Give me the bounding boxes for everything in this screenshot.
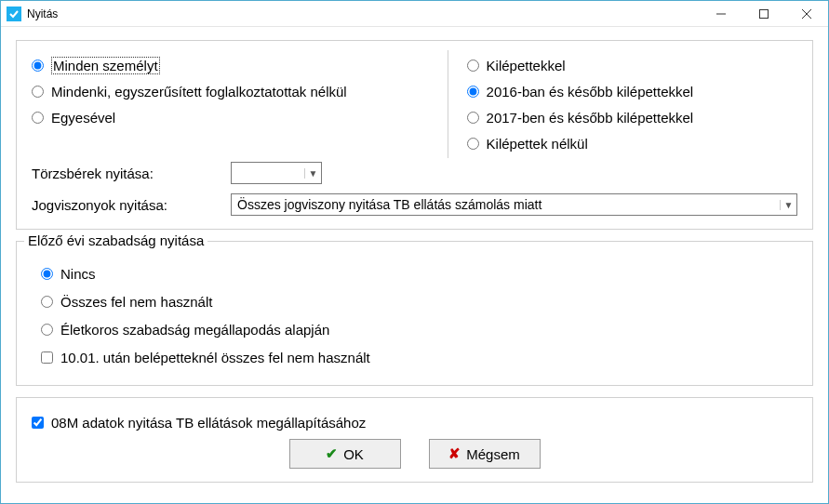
check-1001-utan[interactable] (41, 351, 53, 364)
radio-2016-kilepettekkel-label: 2016-ban és később kilépettekkel (487, 84, 694, 99)
radio-2017-kilepettekkel-label: 2017-ben és később kilépettekkel (487, 110, 694, 126)
content-area: Minden személyt Mindenki, egyszerűsített… (1, 27, 828, 503)
cancel-button-label: Mégsem (466, 446, 520, 462)
titlebar: Nyitás (1, 1, 828, 27)
svg-rect-1 (760, 9, 769, 18)
window-controls (700, 1, 828, 26)
maximize-button[interactable] (742, 1, 785, 26)
radio-kilepettek-nelkul[interactable] (467, 138, 479, 150)
radio-2016-kilepettekkel[interactable] (467, 86, 479, 98)
ok-button-label: OK (343, 446, 364, 462)
jogviszony-value: Összes jogviszony nyitása TB ellátás szá… (237, 197, 780, 212)
jogviszony-label: Jogviszonyok nyitása: (32, 197, 218, 213)
radio-mindenki-nelkul-label: Mindenki, egyszerűsített foglalkoztatott… (51, 84, 347, 99)
radio-kilepettek-nelkul-label: Kilépettek nélkül (487, 136, 588, 152)
ok-button[interactable]: ✔ OK (289, 439, 401, 469)
radio-mindenki-nelkul[interactable] (32, 86, 44, 98)
check-1001-utan-label: 10.01. után belépetteknél összes fel nem… (60, 350, 370, 365)
base-wages-label: Törzsbérek nyitása: (32, 166, 218, 181)
jogviszony-dropdown[interactable]: Összes jogviszony nyitása TB ellátás szá… (231, 193, 797, 216)
radio-minden-szemelyt-label: Minden személyt (51, 57, 160, 74)
radio-osszes-fel-nem-label: Összes fel nem használt (60, 294, 212, 310)
base-wages-dropdown[interactable]: ▼ (231, 162, 322, 184)
selection-group: Minden személyt Mindenki, egyszerűsített… (16, 40, 813, 230)
check-08m-adatok[interactable] (32, 417, 44, 429)
close-button[interactable] (785, 1, 828, 26)
radio-eletkoros[interactable] (41, 324, 53, 336)
app-icon (7, 7, 21, 21)
radio-osszes-fel-nem[interactable] (41, 296, 53, 308)
cross-icon: ✘ (448, 445, 461, 462)
minimize-button[interactable] (700, 1, 742, 26)
window-title: Nyitás (27, 7, 700, 20)
radio-egyesevel-label: Egyesével (51, 110, 115, 126)
radio-minden-szemelyt[interactable] (32, 60, 44, 72)
window: Nyitás Minden személyt (0, 0, 829, 504)
radio-egyesevel[interactable] (32, 112, 44, 124)
exit-scope-group: Kilépettekkel 2016-ban és később kilépet… (448, 50, 797, 158)
radio-kilepettekkel-label: Kilépettekkel (487, 58, 566, 73)
prev-leave-group: Előző évi szabadság nyitása Nincs Összes… (16, 241, 813, 386)
radio-kilepettekkel[interactable] (467, 60, 479, 72)
prev-leave-title: Előző évi szabadság nyitása (24, 232, 207, 248)
bottom-group: 08M adatok nyitása TB ellátások megállap… (16, 397, 813, 483)
radio-eletkoros-label: Életkoros szabadság megállapodás alapján (60, 322, 329, 338)
person-scope-group: Minden személyt Mindenki, egyszerűsített… (32, 50, 429, 158)
check-icon: ✔ (326, 445, 338, 462)
radio-nincs-label: Nincs (60, 266, 96, 282)
chevron-down-icon: ▼ (780, 200, 795, 210)
chevron-down-icon: ▼ (304, 168, 319, 179)
check-08m-adatok-label: 08M adatok nyitása TB ellátások megállap… (51, 415, 366, 431)
radio-nincs[interactable] (41, 268, 53, 280)
cancel-button[interactable]: ✘ Mégsem (429, 439, 541, 469)
radio-2017-kilepettekkel[interactable] (467, 112, 479, 124)
